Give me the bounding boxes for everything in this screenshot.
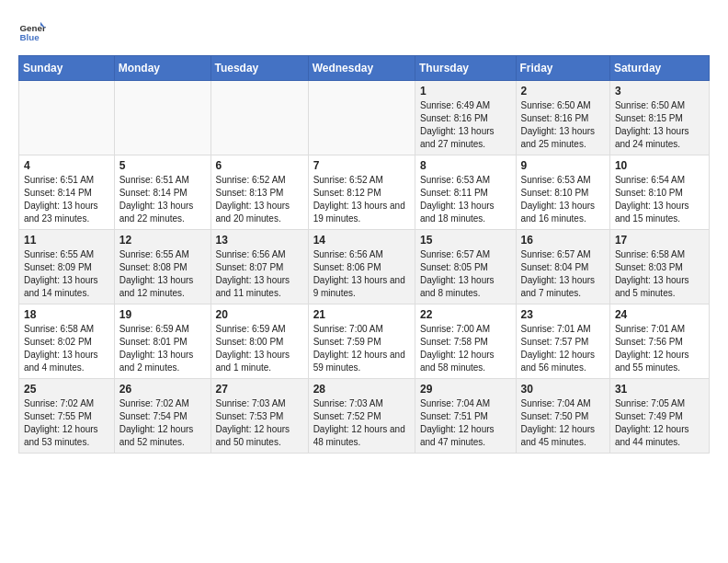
day-number: 2: [521, 85, 605, 98]
daylight-label: Daylight: 13 hours and 24 minutes.: [615, 126, 689, 149]
day-number: 20: [216, 308, 303, 321]
daylight-label: Daylight: 12 hours and 50 minutes.: [216, 424, 290, 447]
day-number: 4: [24, 159, 109, 172]
sunrise-label: Sunrise: 6:53 AM: [521, 175, 591, 185]
day-info: Sunrise: 7:02 AM Sunset: 7:54 PM Dayligh…: [119, 397, 206, 449]
daylight-label: Daylight: 13 hours and 11 minutes.: [216, 275, 290, 298]
day-info: Sunrise: 7:00 AM Sunset: 7:59 PM Dayligh…: [313, 323, 410, 374]
day-number: 8: [420, 159, 511, 172]
sunset-label: Sunset: 8:14 PM: [24, 188, 92, 198]
daylight-label: Daylight: 12 hours and 48 minutes.: [313, 424, 405, 447]
calendar-cell: [210, 81, 308, 155]
svg-text:Blue: Blue: [20, 32, 40, 42]
day-number: 16: [521, 234, 605, 247]
daylight-label: Daylight: 13 hours and 23 minutes.: [24, 201, 98, 224]
day-info: Sunrise: 6:54 AM Sunset: 8:10 PM Dayligh…: [615, 174, 704, 225]
daylight-label: Daylight: 12 hours and 56 minutes.: [521, 350, 596, 373]
day-info: Sunrise: 7:01 AM Sunset: 7:57 PM Dayligh…: [521, 323, 605, 374]
calendar-cell: 5 Sunrise: 6:51 AM Sunset: 8:14 PM Dayli…: [114, 155, 210, 230]
sunset-label: Sunset: 8:06 PM: [313, 262, 381, 272]
sunrise-label: Sunrise: 7:00 AM: [420, 324, 490, 334]
daylight-label: Daylight: 12 hours and 47 minutes.: [420, 424, 495, 447]
sunset-label: Sunset: 8:15 PM: [615, 113, 683, 123]
day-info: Sunrise: 6:58 AM Sunset: 8:03 PM Dayligh…: [615, 248, 704, 300]
calendar-cell: [114, 81, 210, 155]
day-number: 15: [420, 234, 511, 247]
weekday-header-saturday: Saturday: [609, 56, 709, 81]
sunset-label: Sunset: 8:00 PM: [216, 337, 284, 347]
day-number: 6: [216, 159, 303, 172]
sunrise-label: Sunrise: 6:49 AM: [420, 100, 490, 110]
sunset-label: Sunset: 7:54 PM: [119, 411, 188, 421]
day-info: Sunrise: 6:49 AM Sunset: 8:16 PM Dayligh…: [420, 99, 511, 151]
sunset-label: Sunset: 7:56 PM: [615, 337, 683, 347]
day-info: Sunrise: 6:52 AM Sunset: 8:13 PM Dayligh…: [216, 174, 303, 225]
day-info: Sunrise: 6:55 AM Sunset: 8:09 PM Dayligh…: [24, 248, 109, 300]
calendar-cell: 17 Sunrise: 6:58 AM Sunset: 8:03 PM Dayl…: [609, 230, 709, 304]
day-number: 29: [420, 383, 511, 396]
sunrise-label: Sunrise: 6:58 AM: [24, 324, 94, 334]
calendar-cell: 13 Sunrise: 6:56 AM Sunset: 8:07 PM Dayl…: [210, 230, 308, 304]
day-number: 25: [24, 383, 109, 396]
day-number: 3: [615, 85, 704, 98]
day-number: 30: [521, 383, 605, 396]
calendar-cell: 29 Sunrise: 7:04 AM Sunset: 7:51 PM Dayl…: [415, 379, 516, 454]
daylight-label: Daylight: 13 hours and 18 minutes.: [420, 201, 495, 224]
calendar-week-row: 25 Sunrise: 7:02 AM Sunset: 7:55 PM Dayl…: [19, 379, 710, 454]
day-number: 7: [313, 159, 410, 172]
sunset-label: Sunset: 7:58 PM: [420, 337, 488, 347]
calendar-cell: 8 Sunrise: 6:53 AM Sunset: 8:11 PM Dayli…: [415, 155, 516, 230]
sunrise-label: Sunrise: 6:52 AM: [313, 175, 383, 185]
sunset-label: Sunset: 8:08 PM: [119, 262, 188, 272]
sunrise-label: Sunrise: 6:58 AM: [615, 249, 685, 259]
sunrise-label: Sunrise: 6:50 AM: [521, 100, 591, 110]
sunrise-label: Sunrise: 6:55 AM: [119, 249, 189, 259]
sunrise-label: Sunrise: 7:05 AM: [615, 398, 685, 408]
calendar-cell: 11 Sunrise: 6:55 AM Sunset: 8:09 PM Dayl…: [19, 230, 115, 304]
day-info: Sunrise: 6:59 AM Sunset: 8:00 PM Dayligh…: [216, 323, 303, 374]
sunrise-label: Sunrise: 6:56 AM: [216, 249, 286, 259]
sunset-label: Sunset: 8:03 PM: [615, 262, 683, 272]
calendar-cell: 3 Sunrise: 6:50 AM Sunset: 8:15 PM Dayli…: [609, 81, 709, 155]
calendar-cell: 30 Sunrise: 7:04 AM Sunset: 7:50 PM Dayl…: [516, 379, 609, 454]
sunset-label: Sunset: 7:53 PM: [216, 411, 284, 421]
day-number: 26: [119, 383, 206, 396]
day-number: 27: [216, 383, 303, 396]
daylight-label: Daylight: 13 hours and 22 minutes.: [119, 201, 194, 224]
calendar-week-row: 11 Sunrise: 6:55 AM Sunset: 8:09 PM Dayl…: [19, 230, 710, 304]
sunset-label: Sunset: 8:05 PM: [420, 262, 488, 272]
calendar-week-row: 18 Sunrise: 6:58 AM Sunset: 8:02 PM Dayl…: [19, 304, 710, 379]
calendar-cell: 20 Sunrise: 6:59 AM Sunset: 8:00 PM Dayl…: [210, 304, 308, 379]
day-number: 28: [313, 383, 410, 396]
day-number: 24: [615, 308, 704, 321]
sunrise-label: Sunrise: 7:04 AM: [521, 398, 591, 408]
daylight-label: Daylight: 13 hours and 20 minutes.: [216, 201, 290, 224]
calendar-cell: 16 Sunrise: 6:57 AM Sunset: 8:04 PM Dayl…: [516, 230, 609, 304]
calendar-cell: 14 Sunrise: 6:56 AM Sunset: 8:06 PM Dayl…: [308, 230, 415, 304]
day-info: Sunrise: 6:58 AM Sunset: 8:02 PM Dayligh…: [24, 323, 109, 374]
sunset-label: Sunset: 8:01 PM: [119, 337, 188, 347]
day-number: 9: [521, 159, 605, 172]
day-info: Sunrise: 6:56 AM Sunset: 8:06 PM Dayligh…: [313, 248, 410, 300]
sunrise-label: Sunrise: 6:59 AM: [216, 324, 286, 334]
calendar-cell: 10 Sunrise: 6:54 AM Sunset: 8:10 PM Dayl…: [609, 155, 709, 230]
sunset-label: Sunset: 7:57 PM: [521, 337, 589, 347]
day-info: Sunrise: 6:52 AM Sunset: 8:12 PM Dayligh…: [313, 174, 410, 225]
sunset-label: Sunset: 8:10 PM: [615, 188, 683, 198]
daylight-label: Daylight: 13 hours and 7 minutes.: [521, 275, 596, 298]
calendar-cell: 31 Sunrise: 7:05 AM Sunset: 7:49 PM Dayl…: [609, 379, 709, 454]
calendar-cell: 28 Sunrise: 7:03 AM Sunset: 7:52 PM Dayl…: [308, 379, 415, 454]
daylight-label: Daylight: 12 hours and 52 minutes.: [119, 424, 194, 447]
sunset-label: Sunset: 8:12 PM: [313, 188, 381, 198]
sunset-label: Sunset: 8:09 PM: [24, 262, 92, 272]
calendar-cell: 24 Sunrise: 7:01 AM Sunset: 7:56 PM Dayl…: [609, 304, 709, 379]
sunset-label: Sunset: 8:16 PM: [521, 113, 589, 123]
daylight-label: Daylight: 13 hours and 2 minutes.: [119, 350, 194, 373]
weekday-header-monday: Monday: [114, 56, 210, 81]
day-number: 22: [420, 308, 511, 321]
daylight-label: Daylight: 12 hours and 59 minutes.: [313, 350, 405, 373]
daylight-label: Daylight: 13 hours and 8 minutes.: [420, 275, 495, 298]
sunrise-label: Sunrise: 7:01 AM: [615, 324, 685, 334]
sunset-label: Sunset: 8:07 PM: [216, 262, 284, 272]
sunrise-label: Sunrise: 6:57 AM: [521, 249, 591, 259]
